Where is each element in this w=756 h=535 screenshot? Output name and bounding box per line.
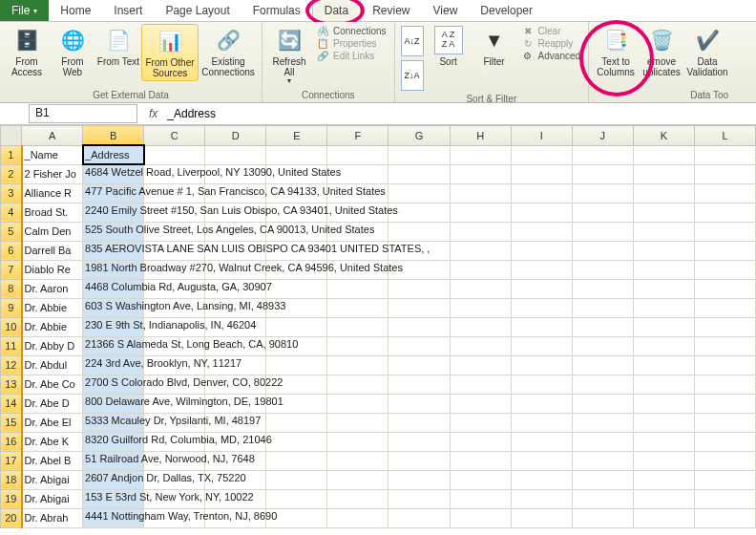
cell[interactable]: [388, 451, 450, 470]
cell[interactable]: [450, 470, 511, 489]
cell[interactable]: [327, 432, 388, 451]
column-header[interactable]: K: [633, 126, 694, 146]
cell[interactable]: [450, 336, 511, 355]
cell[interactable]: [694, 298, 755, 317]
cell[interactable]: [388, 298, 450, 317]
cell[interactable]: Dr. Abigai: [22, 489, 83, 508]
cell[interactable]: [327, 470, 388, 489]
row-header[interactable]: 7: [1, 260, 22, 279]
cell[interactable]: [327, 203, 388, 222]
cell[interactable]: Diablo Re: [22, 260, 83, 279]
cell[interactable]: [633, 355, 694, 374]
cell[interactable]: [266, 145, 327, 164]
filter-button[interactable]: ▼ Filter: [472, 24, 517, 69]
cell[interactable]: [572, 394, 633, 413]
cell[interactable]: [205, 451, 266, 470]
cell[interactable]: [511, 374, 572, 394]
cell[interactable]: [694, 145, 755, 164]
cell[interactable]: 835 AEROVISTA LANE SAN LUIS OBISPO CA 93…: [83, 241, 144, 260]
cell[interactable]: 5333 Mcauley Dr, Ypsilanti, MI, 48197: [83, 413, 144, 432]
cell[interactable]: [205, 279, 266, 298]
cell[interactable]: [450, 413, 511, 432]
cell[interactable]: [572, 508, 633, 527]
cell[interactable]: [511, 203, 572, 222]
cell[interactable]: Dr. Abigai: [22, 470, 83, 489]
cell[interactable]: [327, 336, 388, 355]
cell[interactable]: [572, 279, 633, 298]
cell[interactable]: [388, 222, 450, 241]
cell[interactable]: [450, 374, 511, 394]
from-access-button[interactable]: 🗄️ From Access: [4, 24, 50, 79]
cell[interactable]: [694, 374, 755, 394]
cell[interactable]: [388, 317, 450, 336]
cell[interactable]: [327, 298, 388, 317]
cell[interactable]: [633, 222, 694, 241]
cell[interactable]: [205, 336, 266, 355]
row-header[interactable]: 12: [1, 355, 22, 374]
cell[interactable]: [144, 279, 205, 298]
cell[interactable]: [450, 222, 511, 241]
cell[interactable]: 51 Railroad Ave, Norwood, NJ, 7648: [83, 451, 144, 470]
cell[interactable]: [205, 298, 266, 317]
cell[interactable]: 4441 Nottingham Way, Trenton, NJ, 8690: [83, 508, 144, 527]
clear-button[interactable]: ✖Clear: [521, 26, 580, 36]
cell[interactable]: [144, 432, 205, 451]
cell[interactable]: [633, 413, 694, 432]
cell[interactable]: 477 Pacific Avenue # 1, San Francisco, C…: [83, 183, 144, 203]
cell[interactable]: [388, 336, 450, 355]
cell[interactable]: [327, 183, 388, 203]
row-header[interactable]: 6: [1, 241, 22, 260]
cell[interactable]: [572, 203, 633, 222]
cell[interactable]: [205, 489, 266, 508]
cell[interactable]: 153 E 53rd St, New York, NY, 10022: [83, 489, 144, 508]
cell[interactable]: [633, 183, 694, 203]
cell[interactable]: [144, 374, 205, 394]
cell[interactable]: [388, 432, 450, 451]
cell[interactable]: [511, 241, 572, 260]
tab-page-layout[interactable]: Page Layout: [154, 0, 241, 21]
row-header[interactable]: 5: [1, 222, 22, 241]
cell[interactable]: [266, 298, 327, 317]
cell[interactable]: [694, 451, 755, 470]
cell[interactable]: [694, 222, 755, 241]
row-header[interactable]: 13: [1, 374, 22, 394]
row-header[interactable]: 10: [1, 317, 22, 336]
sort-button[interactable]: A ZZ A Sort: [426, 24, 472, 69]
cell[interactable]: [205, 241, 266, 260]
cell[interactable]: [694, 470, 755, 489]
cell[interactable]: [450, 279, 511, 298]
cell[interactable]: [144, 222, 205, 241]
cell[interactable]: [388, 279, 450, 298]
cell[interactable]: [694, 508, 755, 527]
cell[interactable]: [450, 394, 511, 413]
advanced-button[interactable]: ⚙Advanced: [521, 51, 580, 61]
cell[interactable]: Dr. Abbie: [22, 317, 83, 336]
row-header[interactable]: 18: [1, 470, 22, 489]
row-header[interactable]: 1: [1, 145, 22, 164]
cell[interactable]: [572, 164, 633, 183]
column-header[interactable]: H: [450, 126, 511, 146]
row-header[interactable]: 9: [1, 298, 22, 317]
cell[interactable]: [511, 336, 572, 355]
cell[interactable]: [144, 508, 205, 527]
cell[interactable]: [388, 241, 450, 260]
cell[interactable]: [266, 241, 327, 260]
row-header[interactable]: 3: [1, 183, 22, 203]
from-web-button[interactable]: 🌐 From Web: [50, 24, 95, 79]
cell[interactable]: [511, 432, 572, 451]
cell[interactable]: [633, 145, 694, 164]
row-header[interactable]: 17: [1, 451, 22, 470]
cell[interactable]: [205, 183, 266, 203]
cell[interactable]: [450, 298, 511, 317]
cell[interactable]: [450, 145, 511, 164]
tab-home[interactable]: Home: [49, 0, 102, 21]
cell[interactable]: 525 South Olive Street, Los Angeles, CA …: [83, 222, 144, 241]
column-header[interactable]: E: [266, 126, 327, 146]
cell[interactable]: [511, 394, 572, 413]
column-header[interactable]: A: [22, 126, 83, 146]
cell[interactable]: [205, 260, 266, 279]
cell[interactable]: [327, 164, 388, 183]
cell[interactable]: [694, 489, 755, 508]
cell[interactable]: Dr. Abe K: [22, 432, 83, 451]
cell[interactable]: [450, 489, 511, 508]
